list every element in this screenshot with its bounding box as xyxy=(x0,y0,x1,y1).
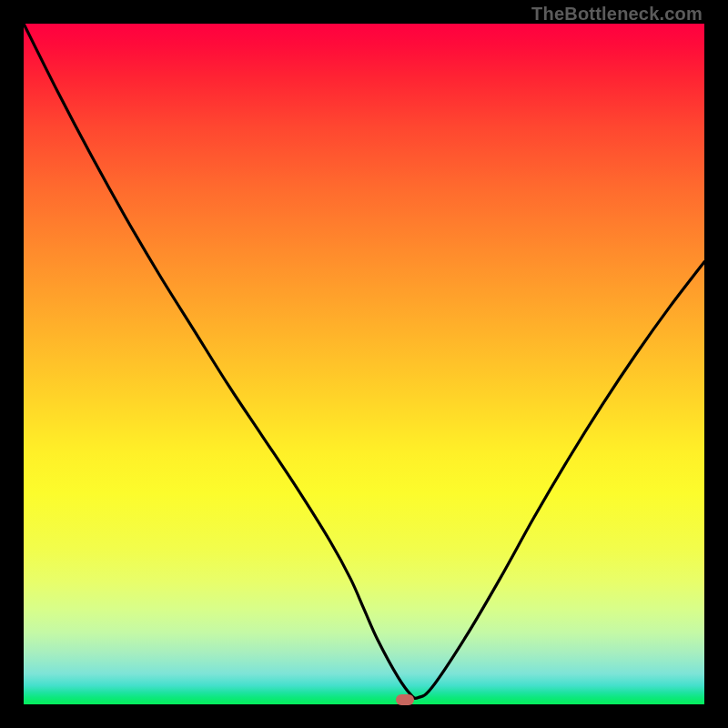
watermark-text: TheBottleneck.com xyxy=(531,4,703,25)
chart-frame: TheBottleneck.com xyxy=(0,0,728,728)
plot-area xyxy=(24,24,704,704)
optimal-marker xyxy=(396,694,414,705)
bottleneck-curve xyxy=(24,24,704,704)
curve-path xyxy=(24,24,704,698)
